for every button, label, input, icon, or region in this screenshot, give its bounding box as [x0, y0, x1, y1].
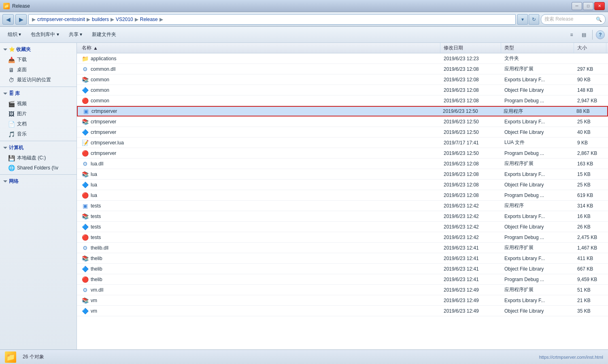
path-root[interactable]: crtmpserver-centosinit	[37, 17, 85, 22]
sidebar-computer-header[interactable]: 计算机	[0, 143, 77, 153]
col-header-name[interactable]: 名称 ▲	[79, 43, 440, 53]
sidebar-item-music[interactable]: 🎵 音乐	[0, 129, 77, 139]
maximize-button[interactable]: □	[583, 2, 593, 10]
file-date: 2019/6/23 12:08	[444, 171, 479, 177]
table-row[interactable]: ▣ tests 2019/6/23 12:42 应用程序 314 KB	[77, 201, 608, 211]
path-vs2010[interactable]: VS2010	[116, 17, 133, 22]
table-row[interactable]: 🔷 tests 2019/6/23 12:42 Object File Libr…	[77, 222, 608, 232]
table-row[interactable]: 📁 applications 2019/6/23 12:23 文件夹	[77, 53, 608, 64]
file-cell-name: 🔷 lua	[79, 182, 440, 188]
table-row[interactable]: 📚 tests 2019/6/23 12:42 Exports Library …	[77, 211, 608, 222]
file-icon: 🔴	[82, 276, 88, 283]
close-button[interactable]: ✕	[594, 2, 605, 10]
path-sep-4: ▶	[159, 17, 163, 22]
table-row[interactable]: ⚙ common.dll 2019/6/23 12:08 应用程序扩展 297 …	[77, 64, 608, 74]
refresh-button[interactable]: ↻	[529, 14, 539, 25]
sidebar-divider-3	[0, 174, 77, 175]
table-row[interactable]: 🔴 common 2019/6/23 12:08 Program Debug .…	[77, 95, 608, 106]
include-in-library-button[interactable]: 包含到库中 ▾	[26, 28, 63, 41]
forward-button[interactable]: ▶	[15, 14, 27, 25]
dropdown-button[interactable]: ▾	[517, 14, 528, 25]
col-header-type[interactable]: 类型	[501, 43, 574, 53]
table-row[interactable]: 📝 crtmpserver.lua 2019/7/17 17:41 LUA 文件…	[77, 138, 608, 148]
organize-button[interactable]: 组织 ▾	[3, 28, 26, 41]
file-cell-size: 2,475 KB	[574, 235, 606, 240]
toolbar-separator	[592, 30, 593, 40]
sidebar-library-header[interactable]: 🗄 库	[0, 89, 77, 99]
file-cell-name: 📝 crtmpserver.lua	[79, 140, 440, 146]
table-row[interactable]: 🔷 thelib 2019/6/23 12:41 Object File Lib…	[77, 264, 608, 274]
file-date: 2019/6/23 12:08	[444, 77, 479, 83]
file-cell-size: 90 KB	[574, 77, 606, 83]
include-label: 包含到库中 ▾	[31, 31, 59, 38]
sidebar-item-recent[interactable]: ⏱ 最近访问的位置	[0, 75, 77, 85]
file-cell-date: 2019/6/23 12:49	[440, 298, 501, 303]
path-builders[interactable]: builders	[92, 17, 109, 22]
col-header-size[interactable]: 大小	[574, 43, 606, 53]
search-box[interactable]: 搜索 Release 🔍	[541, 14, 606, 25]
table-row[interactable]: 🔴 crtmpserver 2019/6/23 12:50 Program De…	[77, 148, 608, 159]
file-cell-date: 2019/6/23 12:08	[440, 161, 501, 167]
table-row[interactable]: 🔴 tests 2019/6/23 12:42 Program Debug ..…	[77, 232, 608, 243]
table-row[interactable]: 📚 common 2019/6/23 12:08 Exports Library…	[77, 74, 608, 85]
sidebar-item-local-drive[interactable]: 💾 本地磁盘 (C:)	[0, 153, 77, 163]
table-row[interactable]: 📚 crtmpserver 2019/6/23 12:50 Exports Li…	[77, 116, 608, 127]
file-date: 2019/6/23 12:49	[444, 308, 479, 314]
file-size: 35 KB	[577, 308, 591, 314]
table-row[interactable]: 🔴 thelib 2019/6/23 12:41 Program Debug .…	[77, 274, 608, 285]
sidebar-favorites-header[interactable]: ⭐ 收藏夹	[0, 44, 77, 55]
sidebar-item-shared-folders[interactable]: 🌐 Shared Folders (\\v	[0, 163, 77, 173]
view-list-button[interactable]: ≡	[566, 30, 577, 40]
file-cell-name: ⚙ thelib.dll	[79, 245, 440, 251]
table-row[interactable]: ⚙ vm.dll 2019/6/23 12:49 应用程序扩展 51 KB	[77, 285, 608, 295]
sidebar-item-desktop[interactable]: 🖥 桌面	[0, 65, 77, 75]
file-name: tests	[91, 224, 101, 230]
file-cell-size: 2,947 KB	[574, 98, 606, 104]
new-folder-button[interactable]: 新建文件夹	[87, 28, 121, 41]
table-row[interactable]: 📚 thelib 2019/6/23 12:41 Exports Library…	[77, 253, 608, 264]
computer-label: 计算机	[9, 144, 23, 151]
file-cell-name: 🔴 tests	[79, 234, 440, 241]
sidebar-favorites-section: ⭐ 收藏夹 📥 下载 🖥 桌面 ⏱ 最近访问的位置	[0, 44, 77, 85]
table-row[interactable]: 📚 vm 2019/6/23 12:49 Exports Library F..…	[77, 295, 608, 306]
file-cell-name: 🔷 common	[79, 87, 440, 93]
col-header-date[interactable]: 修改日期	[440, 43, 501, 53]
sidebar-item-download[interactable]: 📥 下载	[0, 55, 77, 65]
table-row[interactable]: ⚙ lua.dll 2019/6/23 12:08 应用程序扩展 163 KB	[77, 159, 608, 169]
file-size: 667 KB	[577, 266, 593, 272]
table-row[interactable]: ⚙ thelib.dll 2019/6/23 12:41 应用程序扩展 1,46…	[77, 243, 608, 253]
sidebar-item-docs[interactable]: 📄 文档	[0, 119, 77, 129]
sidebar-item-image[interactable]: 🖼 图片	[0, 109, 77, 119]
table-row[interactable]: 🔷 crtmpserver 2019/6/23 12:50 Object Fil…	[77, 127, 608, 138]
file-icon: 🔷	[82, 224, 88, 230]
table-row[interactable]: 🔷 lua 2019/6/23 12:08 Object File Librar…	[77, 180, 608, 190]
file-cell-type: Object File Library	[501, 224, 574, 230]
file-date: 2019/6/23 12:08	[444, 87, 479, 93]
sidebar-network-header[interactable]: 网络	[0, 176, 77, 186]
file-date: 2019/6/23 12:41	[444, 266, 479, 272]
file-name: tests	[91, 214, 101, 219]
table-row[interactable]: 🔴 lua 2019/6/23 12:08 Program Debug ... …	[77, 190, 608, 201]
file-name: crtmpserver	[91, 129, 116, 135]
sidebar-item-video[interactable]: 🎬 视频	[0, 99, 77, 109]
path-release[interactable]: Release	[140, 17, 158, 22]
file-type: Object File Library	[504, 224, 544, 230]
view-details-button[interactable]: ▤	[578, 30, 589, 40]
sidebar-docs-label: 文档	[17, 121, 27, 127]
file-cell-size: 35 KB	[574, 308, 606, 314]
path-sep-1: ▶	[87, 17, 90, 22]
file-cell-name: 🔷 crtmpserver	[79, 129, 440, 135]
file-cell-size: 40 KB	[574, 129, 606, 135]
table-row[interactable]: 📚 lua 2019/6/23 12:08 Exports Library F.…	[77, 169, 608, 180]
file-date: 2019/7/17 17:41	[444, 140, 479, 146]
address-path[interactable]: ▶ crtmpserver-centosinit ▶ builders ▶ VS…	[28, 14, 516, 25]
file-type: Exports Library F...	[504, 298, 545, 303]
help-button[interactable]: ?	[596, 30, 605, 39]
table-row[interactable]: 🔷 vm 2019/6/23 12:49 Object File Library…	[77, 306, 608, 316]
table-row[interactable]: ▣ crtmpserver 2019/6/23 12:50 应用程序 88 KB	[77, 106, 608, 116]
share-button[interactable]: 共享 ▾	[64, 28, 87, 41]
table-row[interactable]: 🔷 common 2019/6/23 12:08 Object File Lib…	[77, 85, 608, 95]
file-cell-name: 🔴 thelib	[79, 276, 440, 283]
minimize-button[interactable]: ─	[572, 2, 582, 10]
back-button[interactable]: ◀	[2, 14, 14, 25]
